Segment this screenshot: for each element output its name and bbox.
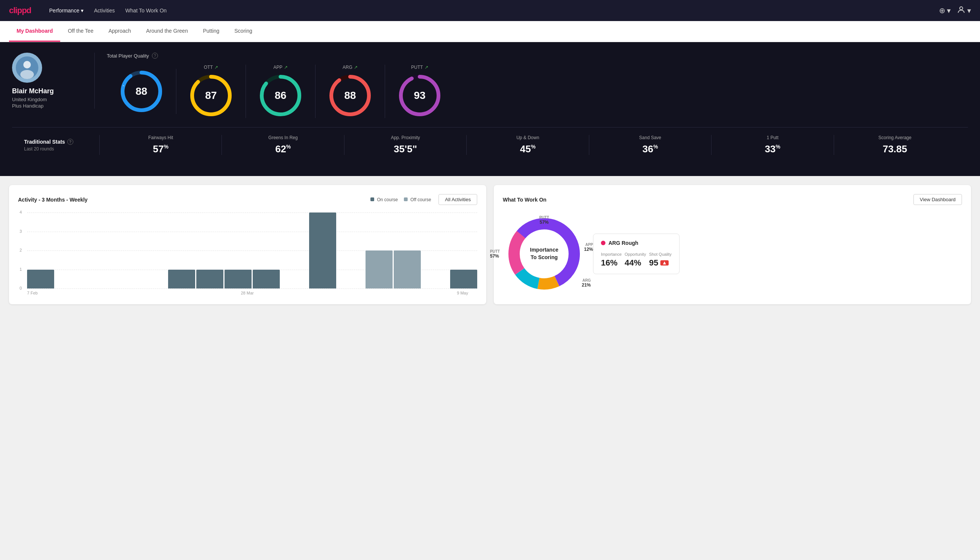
bar: [366, 250, 393, 288]
arg-trend-icon: ↗: [354, 65, 358, 70]
tab-approach[interactable]: Approach: [101, 21, 138, 42]
what-to-work-on-title: What To Work On: [503, 197, 546, 203]
view-dashboard-button[interactable]: View Dashboard: [913, 194, 962, 205]
score-putt: PUTT ↗ 93: [385, 65, 454, 118]
trad-stats-title: Traditional Stats ?: [24, 139, 99, 145]
plus-circle-icon: ⊕: [939, 6, 945, 15]
putt-value: 93: [414, 90, 425, 102]
trad-stats-label: Traditional Stats ? Last 20 rounds: [24, 139, 99, 152]
scoring-average-value: 73.85: [840, 143, 950, 155]
arg-info-card: ARG Rough Importance 16% Opportunity 44%…: [593, 233, 679, 274]
donut-section: ImportanceTo Scoring PUTT 57% APP 12% AR…: [503, 212, 962, 295]
stat-sand-save: Sand Save 36%: [589, 135, 711, 155]
1-putt-value: 33%: [717, 143, 827, 155]
arg-metrics: Importance 16% Opportunity 44% Shot Qual…: [601, 252, 672, 268]
user-icon: [957, 5, 966, 16]
hero-section: Blair McHarg United Kingdom Plus Handica…: [0, 42, 980, 176]
score-ott: OTT ↗ 87: [176, 65, 246, 118]
add-button[interactable]: ⊕ ▾: [939, 6, 951, 15]
user-menu[interactable]: ▾: [957, 5, 971, 16]
ott-label: OTT ↗: [204, 65, 218, 70]
chart-area: 4 3 2 1 0: [18, 212, 477, 295]
arg-importance: Importance 16%: [601, 252, 622, 268]
stat-fairways-hit: Fairways Hit 57%: [99, 135, 221, 155]
nav-activities[interactable]: Activities: [94, 8, 115, 13]
bar: [253, 270, 280, 289]
x-label-may: 9 May: [457, 291, 468, 295]
x-label-mar: 28 Mar: [241, 291, 253, 295]
stat-up-down: Up & Down 45%: [466, 135, 589, 155]
score-overall: 88: [107, 69, 176, 114]
svg-point-2: [23, 61, 31, 68]
activity-chart-card: Activity - 3 Months - Weekly On course O…: [9, 185, 486, 304]
putt-pointer-label: PUTT 57%: [490, 249, 500, 259]
chevron-down-icon: ▾: [967, 6, 971, 15]
what-to-work-on-card: What To Work On View Dashboard Importanc…: [494, 185, 971, 304]
help-icon[interactable]: ?: [152, 53, 158, 59]
ott-value: 87: [205, 90, 216, 102]
tab-off-the-tee[interactable]: Off the Tee: [60, 21, 101, 42]
bar: [394, 250, 421, 288]
app-ring: 86: [258, 73, 303, 118]
player-handicap: Plus Handicap: [12, 103, 43, 109]
up-down-label: Up & Down: [473, 135, 582, 140]
ott-pointer-label: PUTT 57%: [539, 215, 549, 225]
total-player-quality-label: Total Player Quality: [107, 53, 149, 59]
bar: [225, 270, 251, 289]
arg-card-dot: [601, 241, 606, 245]
donut-chart: ImportanceTo Scoring PUTT 57% APP 12% AR…: [503, 212, 586, 295]
stat-app-proximity: App. Proximity 35'5": [344, 135, 466, 155]
player-info: Blair McHarg United Kingdom Plus Handica…: [12, 53, 95, 109]
svg-marker-19: [663, 262, 666, 264]
off-course-dot: [404, 197, 408, 201]
fairways-hit-label: Fairways Hit: [106, 135, 215, 140]
score-arg: ARG ↗ 88: [316, 65, 385, 118]
hero-top: Blair McHarg United Kingdom Plus Handica…: [12, 53, 968, 118]
tab-my-dashboard[interactable]: My Dashboard: [9, 21, 60, 42]
fairways-hit-value: 57%: [106, 143, 215, 155]
arg-ring: 88: [328, 73, 373, 118]
nav-what-to-work-on[interactable]: What To Work On: [125, 8, 166, 13]
on-course-legend: On course: [370, 197, 398, 202]
svg-point-3: [20, 70, 34, 79]
nav-right: ⊕ ▾ ▾: [939, 5, 971, 16]
avatar: [12, 53, 42, 83]
up-down-value: 45%: [473, 143, 582, 155]
stat-items: Fairways Hit 57% Greens In Reg 62% App. …: [99, 135, 956, 155]
bar: [450, 270, 477, 289]
app-value: 86: [275, 90, 286, 102]
scoring-average-label: Scoring Average: [840, 135, 950, 140]
bottom-section: Activity - 3 Months - Weekly On course O…: [0, 176, 980, 313]
arg-opportunity: Opportunity 44%: [625, 252, 646, 268]
arg-label: ARG ↗: [343, 65, 358, 70]
all-activities-button[interactable]: All Activities: [438, 194, 477, 205]
player-country: United Kingdom: [12, 97, 47, 102]
activity-chart-title: Activity - 3 Months - Weekly: [18, 197, 88, 203]
chart-legend: On course Off course: [370, 197, 431, 202]
activity-chart-header: Activity - 3 Months - Weekly On course O…: [18, 194, 477, 205]
trad-help-icon[interactable]: ?: [67, 139, 73, 145]
chevron-down-icon: ▾: [81, 8, 83, 13]
bar: [196, 270, 223, 289]
tab-bar: My Dashboard Off the Tee Approach Around…: [0, 21, 980, 42]
nav-performance[interactable]: Performance ▾: [49, 8, 83, 13]
putt-ring: 93: [397, 73, 442, 118]
app-trend-icon: ↗: [284, 65, 288, 70]
overall-value: 88: [135, 85, 147, 97]
greens-in-reg-label: Greens In Reg: [228, 135, 338, 140]
tab-scoring[interactable]: Scoring: [227, 21, 260, 42]
sand-save-value: 36%: [595, 143, 705, 155]
arg-card-title: ARG Rough: [601, 240, 672, 246]
arg-pointer-label: ARG 21%: [582, 278, 591, 288]
app-pointer-label: APP 12%: [584, 243, 593, 252]
bar: [168, 270, 195, 289]
tab-around-the-green[interactable]: Around the Green: [138, 21, 195, 42]
player-name: Blair McHarg: [12, 87, 54, 95]
shot-quality-badge: [661, 260, 669, 265]
arg-shot-quality: Shot Quality 95: [649, 252, 672, 268]
donut-center-label: ImportanceTo Scoring: [530, 246, 558, 261]
stat-1-putt: 1 Putt 33%: [711, 135, 834, 155]
stat-scoring-average: Scoring Average 73.85: [834, 135, 956, 155]
tab-putting[interactable]: Putting: [196, 21, 227, 42]
bar: [27, 270, 54, 289]
